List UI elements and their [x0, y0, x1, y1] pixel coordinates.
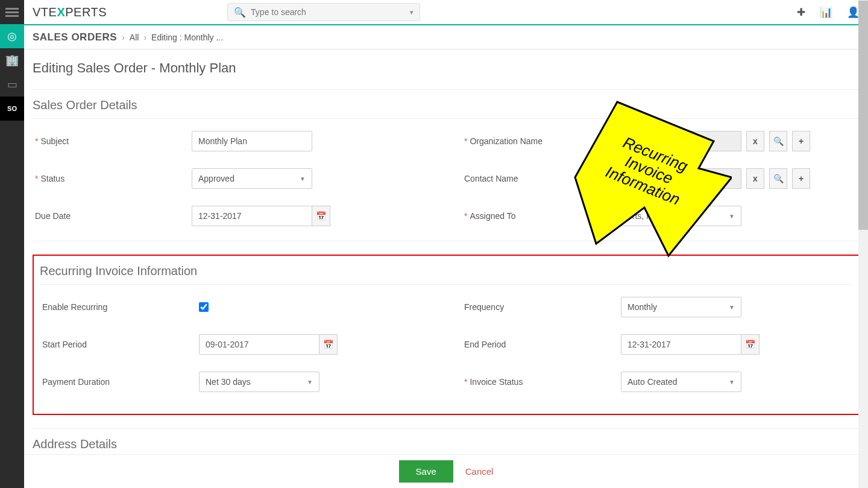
- cancel-button[interactable]: Cancel: [465, 466, 494, 477]
- chevron-down-icon: ▼: [307, 379, 313, 385]
- search-input[interactable]: [246, 7, 410, 17]
- page-title: Editing Sales Order - Monthly Plan: [33, 49, 860, 89]
- chevron-down-icon: ▼: [729, 213, 735, 220]
- enable-recurring-checkbox[interactable]: [199, 302, 209, 312]
- status-label: Status: [40, 174, 64, 183]
- menu-icon[interactable]: [0, 0, 24, 24]
- logo-pre: VTE: [33, 5, 57, 19]
- contact-clear-button[interactable]: x: [746, 168, 764, 189]
- assigned-label: Assigned To: [470, 211, 515, 221]
- crumb-module[interactable]: SALES ORDERS: [33, 31, 117, 43]
- start-label: Start Period: [42, 340, 87, 349]
- logo: VTEXPERTS: [33, 5, 107, 19]
- crumb-current: Editing : Monthly ...: [151, 33, 223, 42]
- org-search-button[interactable]: 🔍: [769, 131, 787, 151]
- payment-duration-select[interactable]: Net 30 days▼: [199, 372, 319, 392]
- content: Editing Sales Order - Monthly Plan Sales…: [24, 49, 868, 454]
- block-title: Address Details: [33, 437, 860, 454]
- subject-label: Subject: [40, 136, 69, 146]
- end-period-input[interactable]: [621, 334, 741, 355]
- bottombar: Save Cancel: [24, 454, 868, 488]
- search-input-wrap[interactable]: 🔍 ▾: [227, 3, 420, 21]
- left-rail: ◎ 🏢 ▭ SO: [0, 0, 24, 488]
- breadcrumb: SALES ORDERS › All › Editing : Monthly .…: [24, 25, 868, 49]
- block-title: Sales Order Details: [33, 98, 860, 119]
- status-select[interactable]: Approved▼: [192, 168, 312, 189]
- chevron-down-icon[interactable]: ▾: [410, 8, 414, 16]
- org-clear-button[interactable]: x: [746, 131, 764, 151]
- calendar-icon[interactable]: 📅: [741, 334, 760, 355]
- search-icon: 🔍: [234, 7, 246, 18]
- enable-label: Enable Recurring: [42, 302, 107, 312]
- start-period-input[interactable]: [199, 334, 319, 355]
- block-sales-order-details: Sales Order Details *Subject *Organizati…: [33, 89, 860, 241]
- frequency-select[interactable]: Monthly▼: [621, 297, 741, 317]
- block-address-details: Address Details Copy Billing Address fro…: [33, 428, 860, 454]
- analytics-icon[interactable]: 📊: [820, 6, 832, 19]
- user-icon[interactable]: 👤: [847, 6, 860, 19]
- topbar: VTEXPERTS 🔍 ▾ ✚ 📊 👤: [24, 0, 868, 25]
- contact-label: Contact Name: [464, 174, 518, 183]
- contact-icon[interactable]: ▭: [0, 72, 24, 97]
- org-add-button[interactable]: +: [792, 131, 810, 151]
- add-icon[interactable]: ✚: [797, 6, 805, 19]
- chevron-down-icon: ▼: [729, 379, 735, 385]
- duedate-label: Due Date: [35, 211, 71, 221]
- sales-orders-icon[interactable]: SO: [0, 97, 24, 121]
- org-label: Organization Name: [470, 136, 542, 146]
- contact-search-button[interactable]: 🔍: [769, 168, 787, 189]
- end-label: End Period: [464, 340, 506, 349]
- contact-add-button[interactable]: +: [792, 168, 810, 189]
- save-button[interactable]: Save: [399, 460, 453, 483]
- scrollbar-thumb[interactable]: [858, 1, 868, 230]
- main: VTEXPERTS 🔍 ▾ ✚ 📊 👤 SALES ORDERS › All ›…: [24, 0, 868, 488]
- scrollbar[interactable]: [858, 0, 868, 488]
- subject-input[interactable]: [192, 131, 312, 151]
- org-icon[interactable]: 🏢: [0, 48, 24, 72]
- contact-lookup-input[interactable]: [621, 168, 741, 189]
- invstatus-label: Invoice Status: [470, 377, 523, 387]
- logo-x: X: [57, 5, 65, 19]
- frequency-label: Frequency: [464, 302, 504, 312]
- block-recurring-invoice: RecurringInvoiceInformation Recurring In…: [33, 255, 860, 415]
- assigned-select[interactable]: erts, Inc.▼: [621, 206, 741, 226]
- invoice-status-select[interactable]: Auto Created▼: [621, 372, 741, 392]
- chevron-down-icon: ▼: [300, 176, 306, 182]
- logo-post: PERTS: [65, 5, 107, 19]
- duedate-input[interactable]: [192, 206, 312, 226]
- calendar-icon[interactable]: 📅: [319, 334, 338, 355]
- org-lookup-input[interactable]: [621, 131, 741, 151]
- chevron-down-icon: ▼: [729, 304, 735, 311]
- block-title: Recurring Invoice Information: [40, 264, 852, 285]
- payment-label: Payment Duration: [42, 377, 110, 387]
- brand-icon[interactable]: ◎: [0, 24, 24, 48]
- crumb-all[interactable]: All: [130, 33, 139, 42]
- calendar-icon[interactable]: 📅: [312, 206, 330, 226]
